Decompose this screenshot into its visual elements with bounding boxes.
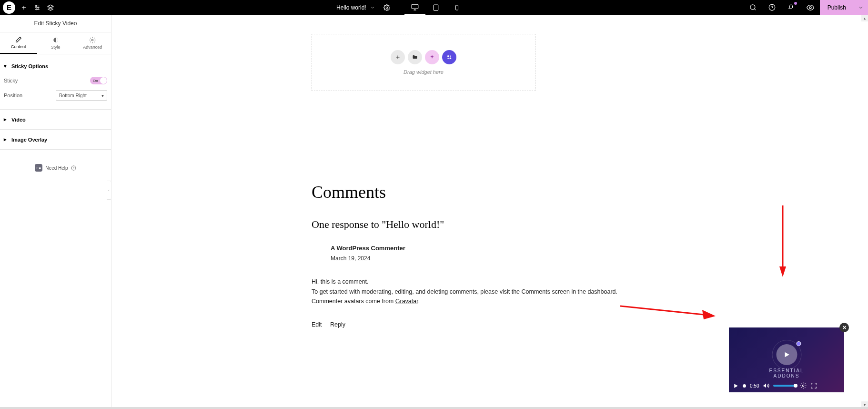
video-overlay: ESSENTIAL ADDONS [758,344,816,378]
svg-rect-14 [455,5,458,10]
svg-point-6 [38,7,39,8]
device-tablet[interactable] [425,0,446,15]
svg-point-9 [386,7,388,9]
reply-link[interactable]: Reply [330,321,345,328]
ai-button[interactable] [425,50,439,64]
publish-dropdown[interactable] [854,0,868,15]
collapse-sidebar-handle[interactable]: ‹ [107,181,111,200]
essential-blocks-button[interactable] [442,50,456,64]
svg-rect-13 [434,5,438,10]
add-element-icon[interactable] [19,3,29,12]
svg-rect-10 [412,4,418,9]
plus-icon [395,54,401,60]
folder-icon [412,54,418,60]
volume-button[interactable] [763,382,769,389]
svg-marker-30 [785,352,789,358]
comment-actions: Edit Reply [312,320,683,330]
scroll-up-button[interactable]: ▴ [861,15,868,21]
position-select[interactable]: Bottom Right ▾ [56,90,107,101]
device-desktop[interactable] [404,0,425,15]
notification-dot [794,2,797,5]
device-tabs [404,0,467,15]
drop-zone-hint: Drag widget here [404,69,444,75]
help-circle-icon [71,165,76,171]
play-button[interactable] [733,383,739,389]
svg-marker-31 [734,384,738,388]
sparkle-decoration [796,341,801,346]
svg-point-26 [447,55,449,57]
gear-icon [89,37,96,43]
blocks-icon [446,54,453,61]
comment-text: Hi, this is a comment. To get started wi… [312,277,683,307]
commenter-name[interactable]: A WordPress Commenter [331,243,683,253]
sticky-video-player[interactable]: ✕ ESSENTIAL ADDONS 0:50 [729,327,844,392]
tab-style[interactable]: Style [37,32,74,54]
response-heading: One response to "Hello world!" [312,218,683,231]
section-sticky-options: ▾ Sticky Options Sticky On Position Bott… [0,54,111,110]
device-mobile[interactable] [446,0,467,15]
publish-button[interactable]: Publish [820,0,854,15]
template-library-button[interactable] [408,50,422,64]
elementor-logo[interactable]: E [3,1,15,14]
tab-advanced[interactable]: Advanced [74,32,111,54]
svg-point-32 [803,385,805,387]
topbar: E Hello world! [0,0,868,15]
add-widget-button[interactable] [391,50,405,64]
control-sticky: Sticky On [4,74,107,87]
sticky-toggle[interactable]: On [90,77,107,84]
divider [312,158,550,158]
sidebar-tabs: Content Style Advanced [0,32,111,54]
svg-point-15 [750,5,755,10]
svg-point-19 [809,7,811,9]
chevron-down-icon: ▾ [101,93,104,98]
topbar-center: Hello world! [55,0,744,15]
svg-line-16 [755,9,756,10]
layers-icon[interactable] [46,3,55,12]
caret-right-icon: ▸ [4,136,9,143]
svg-point-7 [36,9,37,10]
caret-right-icon: ▸ [4,116,9,123]
settings-button[interactable] [800,382,807,389]
preview-icon[interactable] [801,0,820,15]
help-icon[interactable] [763,0,782,15]
caret-down-icon: ▾ [4,63,9,69]
topbar-left: E [0,1,55,14]
svg-marker-8 [48,5,53,8]
ea-badge: EA [35,164,42,172]
play-icon [783,351,790,358]
close-sticky-video[interactable]: ✕ [839,323,849,332]
sticky-label: Sticky [4,78,18,83]
page-title-label: Hello world! [336,4,366,11]
svg-point-5 [36,5,37,6]
svg-point-28 [448,58,449,59]
drop-zone[interactable]: Drag widget here [312,34,535,91]
comment-date[interactable]: March 19, 2024 [331,254,683,264]
sidebar: Edit Sticky Video Content Style Advanced… [0,15,111,409]
page-selector[interactable]: Hello world! [332,0,395,15]
need-help-link[interactable]: EA Need Help [0,164,111,172]
position-label: Position [4,92,22,98]
section-video[interactable]: ▸ Video [0,110,111,130]
gravatar-link[interactable]: Gravatar [395,298,418,305]
progress-indicator[interactable] [743,384,746,388]
comments-heading: Comments [312,182,683,202]
settings-sliders-icon[interactable] [32,3,42,12]
svg-point-29 [450,58,452,60]
drop-zone-buttons [391,50,456,64]
edit-link[interactable]: Edit [312,321,322,328]
canvas-inner: Drag widget here Comments One response t… [312,15,683,358]
volume-slider[interactable] [773,385,796,387]
section-title-sticky-options[interactable]: ▾ Sticky Options [4,60,107,74]
play-overlay-button[interactable] [776,344,797,365]
sparkle-icon [429,54,435,60]
gear-icon[interactable] [384,4,390,11]
section-image-overlay[interactable]: ▸ Image Overlay [0,130,111,150]
search-icon[interactable] [744,0,763,15]
notifications-icon[interactable] [782,0,801,15]
video-brand-text: ESSENTIAL ADDONS [758,368,816,378]
tab-content[interactable]: Content [0,32,37,54]
sidebar-title: Edit Sticky Video [0,15,111,32]
topbar-right: Publish [744,0,868,15]
pencil-icon [15,36,22,43]
fullscreen-button[interactable] [810,382,817,389]
